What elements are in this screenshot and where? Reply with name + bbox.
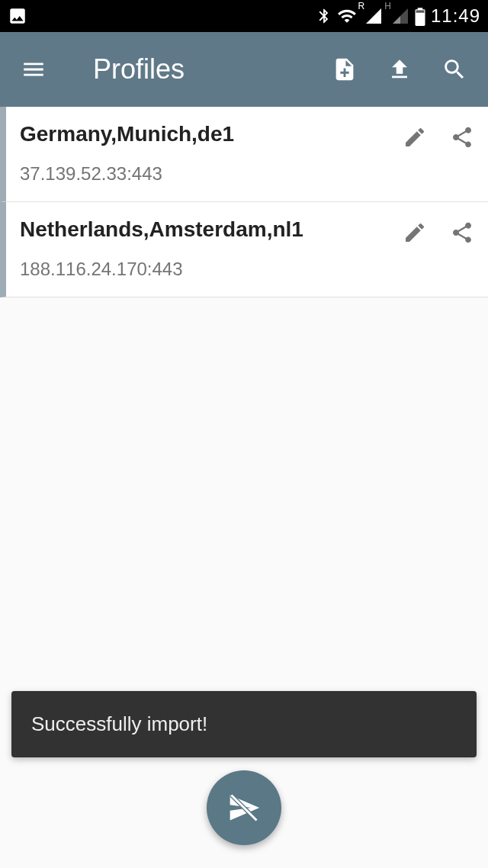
edit-button[interactable]	[403, 220, 427, 248]
upload-button[interactable]	[380, 56, 419, 82]
upload-icon	[387, 56, 413, 82]
snackbar-message: Successfully import!	[31, 712, 207, 735]
roaming-label: R	[358, 1, 365, 11]
svg-rect-0	[416, 10, 425, 12]
hamburger-icon	[21, 56, 47, 82]
file-plus-icon	[332, 55, 358, 84]
share-button[interactable]	[450, 220, 474, 248]
page-title: Profiles	[93, 53, 310, 85]
profile-item[interactable]: Netherlands,Amsterdam,nl1 188.116.24.170…	[0, 202, 488, 297]
search-button[interactable]	[435, 56, 474, 82]
bluetooth-icon	[316, 8, 332, 24]
menu-button[interactable]	[14, 56, 53, 82]
fab-button[interactable]	[207, 770, 281, 845]
profile-address: 37.139.52.33:443	[20, 163, 403, 185]
edit-button[interactable]	[403, 125, 427, 153]
snackbar: Successfully import!	[11, 691, 477, 757]
status-bar: R H 11:49	[0, 0, 488, 32]
signal-h-icon: H	[387, 7, 409, 25]
add-profile-button[interactable]	[325, 55, 364, 84]
profile-item[interactable]: Germany,Munich,de1 37.139.52.33:443	[0, 107, 488, 202]
search-icon	[441, 56, 467, 82]
signal-roaming-icon: R	[361, 7, 384, 25]
picture-icon	[8, 6, 27, 26]
profile-name: Netherlands,Amsterdam,nl1	[20, 217, 403, 242]
app-bar: Profiles	[0, 32, 488, 107]
share-icon	[450, 125, 474, 149]
pencil-icon	[403, 125, 427, 149]
paper-plane-off-icon	[227, 791, 261, 825]
profile-name: Germany,Munich,de1	[20, 122, 403, 146]
share-icon	[450, 220, 474, 245]
share-button[interactable]	[450, 125, 474, 153]
clock-text: 11:49	[431, 5, 480, 27]
h-label: H	[384, 1, 391, 11]
profile-address: 188.116.24.170:443	[20, 259, 403, 280]
battery-icon	[414, 6, 426, 26]
wifi-icon	[337, 6, 357, 26]
pencil-icon	[403, 220, 427, 245]
profile-list: Germany,Munich,de1 37.139.52.33:443 Neth…	[0, 107, 488, 297]
